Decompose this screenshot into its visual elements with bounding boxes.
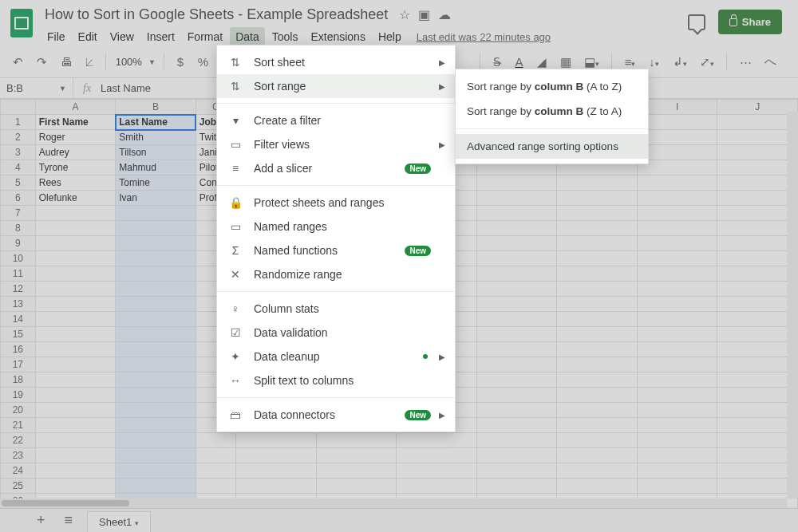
col-header[interactable]: I [637, 100, 717, 115]
share-label: Share [742, 16, 771, 28]
chevron-down-icon[interactable]: ▼ [148, 58, 156, 66]
sort-range-icon: ⇅ [228, 80, 243, 93]
last-edit-link[interactable]: Last edit was 22 minutes ago [417, 31, 551, 43]
document-title[interactable]: How to Sort in Google Sheets - Example S… [41, 5, 391, 25]
split-icon: ↔ [228, 374, 243, 387]
sheet-tab[interactable]: Sheet1 ▾ [87, 511, 151, 532]
sigma-icon: Σ [228, 244, 243, 257]
database-icon: 🗃 [228, 408, 243, 421]
move-icon[interactable]: ▣ [418, 7, 430, 22]
comments-icon[interactable] [688, 14, 705, 30]
checklist-icon: ☑ [228, 326, 243, 339]
cloud-status-icon[interactable]: ☁ [438, 7, 451, 22]
text-wrap-icon[interactable]: ↲▾ [668, 52, 690, 73]
menu-randomize-range[interactable]: ✕Randomize range [217, 262, 455, 286]
menu-column-stats[interactable]: ♀Column stats [217, 297, 455, 321]
sheets-logo[interactable] [5, 6, 38, 40]
menu-data-connectors[interactable]: 🗃Data connectorsNew▶ [217, 403, 455, 427]
zoom-level[interactable]: 100% [114, 56, 144, 68]
share-button[interactable]: Share [718, 10, 782, 34]
table-row[interactable]: 25 [1, 479, 798, 494]
menu-view[interactable]: View [105, 27, 140, 46]
menu-sort-range[interactable]: ⇅Sort range▶ [217, 74, 455, 98]
submenu-sort-az[interactable]: Sort range by column B (A to Z) [456, 74, 648, 99]
shuffle-icon: ✕ [228, 268, 243, 281]
menu-split-text[interactable]: ↔Split text to columns [217, 368, 455, 392]
menu-protect-sheets[interactable]: 🔒Protect sheets and ranges [217, 191, 455, 215]
sparkle-icon: ✦ [228, 350, 243, 363]
sort-icon: ⇅ [228, 56, 243, 69]
menu-sort-sheet[interactable]: ⇅Sort sheet▶ [217, 50, 455, 74]
table-row[interactable]: 24 [1, 463, 798, 479]
table-row[interactable]: 22 [1, 433, 798, 448]
format-currency-icon[interactable]: $ [172, 52, 188, 72]
filter-icon: ▾ [228, 114, 243, 127]
submenu-advanced-sort[interactable]: Advanced range sorting options [456, 134, 648, 159]
select-all-cell[interactable] [1, 100, 36, 115]
menu-data-validation[interactable]: ☑Data validation [217, 321, 455, 345]
status-dot-icon [423, 354, 428, 359]
menu-named-functions[interactable]: ΣNamed functionsNew [217, 238, 455, 262]
redo-icon[interactable]: ↷ [32, 52, 51, 73]
new-badge: New [405, 164, 431, 174]
menu-data[interactable]: Data [230, 27, 265, 46]
formula-bar-value[interactable]: Last Name [101, 82, 151, 94]
chevron-right-icon: ▶ [439, 411, 445, 420]
vertical-scrollbar[interactable] [787, 112, 798, 499]
chevron-right-icon: ▶ [439, 58, 445, 67]
sort-range-submenu: Sort range by column B (A to Z) Sort ran… [455, 69, 649, 164]
col-header[interactable]: J [717, 100, 798, 115]
menu-file[interactable]: File [41, 27, 71, 46]
named-ranges-icon: ▭ [228, 220, 243, 233]
table-row[interactable]: 23 [1, 448, 798, 463]
horizontal-scrollbar[interactable] [0, 499, 787, 508]
all-sheets-button[interactable]: ≡ [60, 512, 78, 529]
undo-icon[interactable]: ↶ [8, 52, 27, 73]
name-box[interactable]: B:B ▼ [0, 78, 73, 98]
lock-icon: 🔒 [228, 196, 243, 209]
chevron-down-icon: ▼ [59, 85, 66, 93]
menu-create-filter[interactable]: ▾Create a filter [217, 108, 455, 132]
text-rotation-icon[interactable]: ⤢▾ [695, 52, 717, 73]
menu-data-cleanup[interactable]: ✦Data cleanup▶ [217, 345, 455, 368]
menu-tools[interactable]: Tools [267, 27, 304, 46]
data-menu-panel: ⇅Sort sheet▶ ⇅Sort range▶ ▾Create a filt… [216, 45, 456, 432]
slicer-icon: ≡ [228, 162, 243, 175]
paint-format-icon[interactable]: ⟀ [81, 52, 97, 72]
menu-extensions[interactable]: Extensions [305, 27, 370, 46]
print-icon[interactable]: 🖶 [56, 52, 77, 72]
collapse-toolbar-icon[interactable]: へ [760, 51, 780, 73]
format-percent-icon[interactable]: % [193, 52, 212, 72]
lightbulb-icon: ♀ [228, 302, 243, 315]
filter-views-icon: ▭ [228, 138, 243, 151]
menu-named-ranges[interactable]: ▭Named ranges [217, 215, 455, 238]
add-sheet-button[interactable]: + [32, 512, 50, 529]
new-badge: New [405, 410, 431, 420]
col-header-selected[interactable]: B [116, 100, 196, 115]
menu-format[interactable]: Format [182, 27, 228, 46]
menu-add-slicer[interactable]: ≡Add a slicerNew [217, 156, 455, 180]
menu-insert[interactable]: Insert [141, 27, 180, 46]
menu-help[interactable]: Help [373, 27, 407, 46]
col-header[interactable]: A [35, 100, 116, 115]
menu-edit[interactable]: Edit [73, 27, 103, 46]
menu-filter-views[interactable]: ▭Filter views▶ [217, 132, 455, 156]
submenu-sort-za[interactable]: Sort range by column B (Z to A) [456, 99, 648, 124]
chevron-right-icon: ▶ [439, 353, 445, 361]
name-box-value: B:B [6, 82, 23, 94]
lock-icon [729, 18, 737, 26]
chevron-right-icon: ▶ [439, 82, 445, 91]
more-toolbar-icon[interactable]: ⋯ [735, 52, 756, 73]
new-badge: New [405, 246, 431, 256]
fx-icon: fx [73, 82, 101, 95]
chevron-right-icon: ▶ [439, 140, 445, 149]
star-icon[interactable]: ☆ [399, 7, 410, 22]
